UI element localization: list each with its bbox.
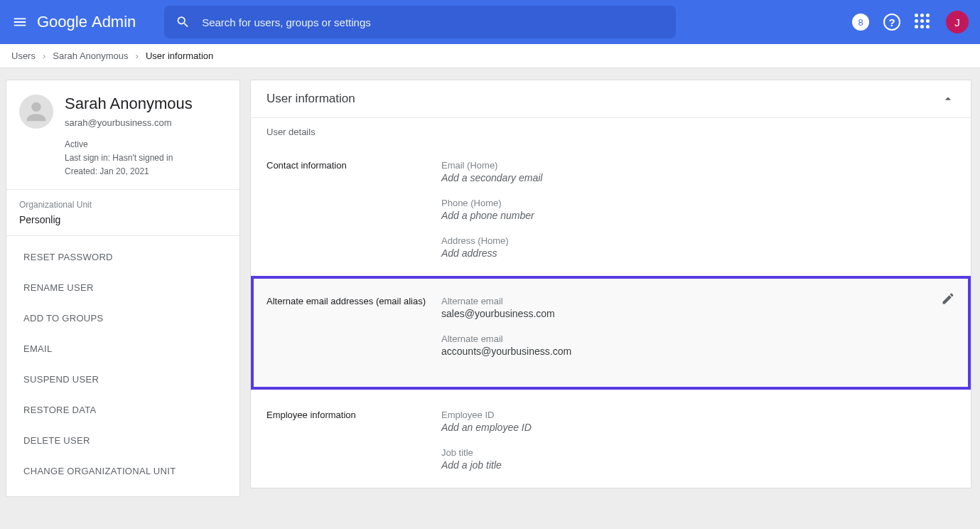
page-title: User information — [266, 92, 355, 106]
phone-home-label: Phone (Home) — [441, 198, 955, 208]
user-last-signin: Last sign in: Hasn't signed in — [65, 151, 193, 165]
logo-admin-text: Admin — [92, 13, 136, 31]
breadcrumb-current: User information — [146, 50, 213, 61]
add-to-groups-button[interactable]: ADD TO GROUPS — [6, 303, 239, 333]
user-avatar-icon — [19, 95, 53, 129]
employee-info-label: Employee information — [266, 410, 441, 471]
alt-email-2-label: Alternate email — [441, 333, 955, 344]
chevron-right-icon: › — [136, 50, 139, 61]
breadcrumb: Users › Sarah Anonymous › User informati… — [0, 44, 980, 68]
help-icon[interactable]: ? — [883, 14, 900, 31]
reset-password-button[interactable]: RESET PASSWORD — [6, 242, 239, 272]
org-unit-label: Organizational Unit — [19, 200, 227, 210]
email-home-value[interactable]: Add a secondary email — [441, 172, 955, 183]
breadcrumb-users[interactable]: Users — [11, 50, 36, 61]
svg-point-0 — [31, 102, 41, 112]
user-created: Created: Jan 20, 2021 — [65, 165, 193, 178]
search-icon — [176, 14, 190, 30]
rename-user-button[interactable]: RENAME USER — [6, 272, 239, 303]
pencil-icon[interactable] — [941, 292, 955, 308]
contact-info-label: Contact information — [266, 160, 441, 259]
user-card: Sarah Anonymous sarah@yourbusiness.com A… — [6, 80, 239, 190]
address-home-value[interactable]: Add address — [441, 247, 955, 259]
employee-info-section: Employee information Employee ID Add an … — [251, 390, 971, 488]
hamburger-menu-icon[interactable] — [11, 14, 28, 31]
delete-user-button[interactable]: DELETE USER — [6, 425, 239, 456]
search-input[interactable] — [202, 16, 664, 28]
job-title-label: Job title — [441, 447, 955, 458]
employee-id-label: Employee ID — [441, 410, 955, 420]
collapse-icon[interactable] — [941, 92, 955, 106]
email-button[interactable]: EMAIL — [6, 333, 239, 364]
job-title-value[interactable]: Add a job title — [441, 459, 955, 471]
section-subtitle: User details — [251, 118, 971, 140]
email-home-label: Email (Home) — [441, 160, 955, 171]
sidebar-actions: RESET PASSWORD RENAME USER ADD TO GROUPS… — [6, 236, 239, 496]
content-area: Sarah Anonymous sarah@yourbusiness.com A… — [0, 68, 980, 529]
suspend-user-button[interactable]: SUSPEND USER — [6, 364, 239, 395]
apps-grid-icon[interactable] — [915, 14, 932, 31]
logo-google-text: Google — [37, 13, 87, 31]
app-header: Google Admin 8 ? J — [0, 0, 980, 44]
contact-info-section: Contact information Email (Home) Add a s… — [251, 140, 971, 276]
address-home-label: Address (Home) — [441, 235, 955, 246]
alias-label: Alternate email addresses (email alias) — [266, 296, 441, 357]
app-logo[interactable]: Google Admin — [37, 13, 136, 31]
breadcrumb-user[interactable]: Sarah Anonymous — [53, 50, 128, 61]
org-unit-value: Personlig — [19, 214, 227, 225]
alias-section[interactable]: Alternate email addresses (email alias) … — [266, 296, 955, 357]
main-panel: User information User details Contact in… — [250, 80, 971, 488]
alt-email-1-label: Alternate email — [441, 296, 955, 306]
user-name: Sarah Anonymous — [65, 95, 193, 113]
user-status: Active — [65, 138, 193, 151]
header-icons: 8 ? J — [852, 11, 969, 33]
main-header: User information — [251, 80, 971, 118]
org-unit-section: Organizational Unit Personlig — [6, 190, 239, 236]
user-email: sarah@yourbusiness.com — [65, 117, 193, 128]
chevron-right-icon: › — [43, 50, 45, 61]
alias-section-highlight: Alternate email addresses (email alias) … — [251, 276, 971, 390]
search-bar[interactable] — [164, 6, 676, 38]
profile-avatar[interactable]: J — [946, 11, 969, 33]
restore-data-button[interactable]: RESTORE DATA — [6, 395, 239, 425]
user-sidebar: Sarah Anonymous sarah@yourbusiness.com A… — [6, 80, 240, 497]
account-badge-icon[interactable]: 8 — [852, 14, 869, 31]
employee-id-value[interactable]: Add an employee ID — [441, 422, 955, 433]
alt-email-2-value: accounts@yourbusiness.com — [441, 346, 955, 357]
alt-email-1-value: sales@yourbusiness.com — [441, 308, 955, 319]
change-org-unit-button[interactable]: CHANGE ORGANIZATIONAL UNIT — [6, 456, 239, 486]
phone-home-value[interactable]: Add a phone number — [441, 210, 955, 221]
